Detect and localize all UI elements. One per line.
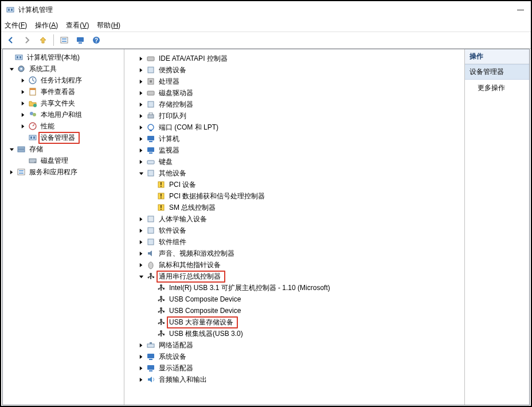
portable-icon [146,65,155,75]
cat-monitors[interactable]: 监视器 [129,144,464,156]
cat-software-devices[interactable]: 软件设备 [129,225,464,236]
menu-file[interactable]: 文件(F) [5,21,27,30]
cat-software-components[interactable]: 软件组件 [129,236,464,248]
expand-icon[interactable] [137,77,146,86]
node-device-manager[interactable]: 设备管理器 [5,132,124,143]
view-button-2[interactable] [73,33,88,47]
node-disk-management[interactable]: 磁盘管理 [5,155,124,166]
expand-icon[interactable] [137,226,146,235]
node-system-tools[interactable]: 系统工具 [5,63,124,75]
dev-usb-composite-1[interactable]: USB Composite Device [129,293,464,305]
dev-usb-root-hub[interactable]: USB 根集线器(USB 3.0) [129,328,464,339]
cat-audio-io[interactable]: 音频输入和输出 [129,374,464,385]
dev-usb-composite-2[interactable]: USB Composite Device [129,305,464,316]
cat-cpu[interactable]: 处理器 [129,76,464,87]
titlebar[interactable]: 计算机管理 — [1,1,531,18]
cat-storage-ctrl[interactable]: 存储控制器 [129,99,464,110]
node-computer-management[interactable]: 计算机管理(本地) [5,52,124,63]
actions-more[interactable]: 更多操作 [465,80,529,96]
node-performance[interactable]: 性能 [5,120,124,132]
help-button[interactable] [89,33,104,47]
menu-action[interactable]: 操作(A) [35,21,58,30]
node-storage[interactable]: 存储 [5,143,124,155]
expand-icon[interactable] [137,158,146,166]
usb-icon [146,272,155,281]
display-icon [146,363,155,373]
cat-sound[interactable]: 声音、视频和游戏控制器 [129,248,464,259]
expand-icon[interactable] [19,88,28,96]
expand-icon[interactable] [137,146,146,155]
expand-icon[interactable] [137,112,146,120]
view-button-1[interactable] [57,33,72,47]
expand-icon[interactable] [137,123,146,132]
dev-pci[interactable]: PCI 设备 [129,179,464,190]
nav-back-button[interactable] [3,33,18,47]
cat-print-queues[interactable]: 打印队列 [129,110,464,122]
actions-context[interactable]: 设备管理器 [465,64,529,80]
device-tree-scroll[interactable]: IDE ATA/ATAPI 控制器 便携设备 处理器 磁盘驱动器 存储控制器 打… [124,49,464,405]
expand-icon[interactable] [19,122,28,131]
expand-icon[interactable] [7,168,16,177]
expand-icon[interactable] [137,66,146,75]
dev-pci-daq[interactable]: PCI 数据捕获和信号处理控制器 [129,190,464,202]
menu-help[interactable]: 帮助(H) [97,21,120,30]
cat-disk-drives[interactable]: 磁盘驱动器 [129,87,464,99]
collapse-icon[interactable] [7,65,16,73]
node-event-viewer[interactable]: 事件查看器 [5,86,124,97]
cat-system[interactable]: 系统设备 [129,351,464,362]
label: 设备管理器 [38,132,80,144]
node-task-scheduler[interactable]: 任务计划程序 [5,75,124,86]
print-icon [146,111,155,120]
cat-mice[interactable]: 鼠标和其他指针设备 [129,259,464,271]
expand-icon[interactable] [137,100,146,109]
collapse-icon[interactable] [137,169,146,178]
cat-usb-controllers[interactable]: 通用串行总线控制器 [129,271,464,282]
dev-usb-mass-storage[interactable]: USB 大容量存储设备 [129,316,464,328]
node-shared-folders[interactable]: 共享文件夹 [5,97,124,109]
dev-usb-host[interactable]: Intel(R) USB 3.1 可扩展主机控制器 - 1.10 (Micros… [129,282,464,293]
cat-hid[interactable]: 人体学输入设备 [129,213,464,225]
usb-icon [157,318,166,327]
collapse-icon[interactable] [7,145,16,154]
cat-computer[interactable]: 计算机 [129,133,464,144]
expand-icon[interactable] [137,261,146,269]
body: 计算机管理(本地) 系统工具 任务计划程序 事件查看器 [2,49,530,405]
expand-icon[interactable] [137,215,146,224]
cat-keyboards[interactable]: 键盘 [129,156,464,167]
cat-ide[interactable]: IDE ATA/ATAPI 控制器 [129,53,464,64]
expand-icon[interactable] [137,375,146,384]
expand-icon[interactable] [137,364,146,373]
menu-view[interactable]: 查看(V) [66,21,89,30]
device-manager-icon [28,133,37,142]
cat-network[interactable]: 网络适配器 [129,339,464,351]
expand-icon[interactable] [19,99,28,108]
nav-up-button[interactable] [36,33,50,47]
nav-forward-button[interactable] [19,33,34,47]
cat-display[interactable]: 显示适配器 [129,362,464,374]
label: 系统工具 [28,64,58,75]
mouse-icon [146,260,155,269]
expand-icon[interactable] [19,111,28,119]
label: 网络适配器 [158,340,194,351]
console-tree[interactable]: 计算机管理(本地) 系统工具 任务计划程序 事件查看器 [3,49,124,180]
minimize-button[interactable]: — [517,6,524,14]
device-tree[interactable]: IDE ATA/ATAPI 控制器 便携设备 处理器 磁盘驱动器 存储控制器 打… [124,49,464,389]
dev-sm-bus[interactable]: SM 总线控制器 [129,202,464,213]
collapse-icon[interactable] [137,272,146,281]
expand-icon[interactable] [137,341,146,350]
node-services-apps[interactable]: 服务和应用程序 [5,166,124,178]
node-local-users[interactable]: 本地用户和组 [5,109,124,120]
expand-icon[interactable] [137,353,146,361]
other-devices-icon [146,169,155,178]
expand-icon[interactable] [137,89,146,97]
cat-ports[interactable]: 端口 (COM 和 LPT) [129,122,464,133]
expand-icon[interactable] [137,54,146,63]
expand-icon[interactable] [137,135,146,143]
cat-other-devices[interactable]: 其他设备 [129,167,464,179]
expand-icon[interactable] [137,249,146,258]
label: 系统设备 [158,351,187,362]
expand-icon[interactable] [137,238,146,246]
expand-icon[interactable] [19,76,28,85]
cat-portable[interactable]: 便携设备 [129,64,464,76]
local-users-icon [28,110,37,119]
